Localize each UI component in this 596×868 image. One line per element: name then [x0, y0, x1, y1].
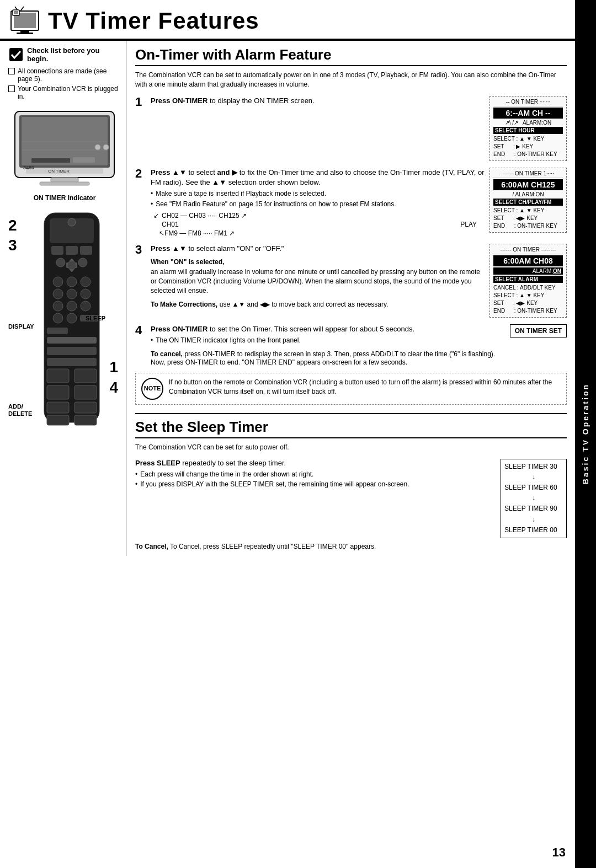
svg-rect-8 [9, 48, 23, 61]
sleep-section: Set the Sleep Timer The Combination VCR … [135, 413, 567, 550]
tv-image: ON TIMER 3480 [9, 109, 120, 191]
left-column: Check list before you begin. All connect… [0, 41, 127, 556]
step-2-bullet-2: • See "FM Radio Feature" on page 15 for … [151, 200, 485, 209]
sleep-timer-30: SLEEP TIMER 30 [504, 462, 563, 472]
on-timer-intro: The Combination VCR can be set to automa… [135, 71, 567, 89]
svg-rect-47 [47, 337, 97, 344]
svg-rect-15 [73, 157, 95, 163]
step-2-select: SELECT CH/PLAY/FM [493, 199, 563, 206]
svg-rect-57 [74, 415, 97, 425]
display-label: DISPLAY [8, 323, 34, 330]
svg-rect-50 [47, 369, 69, 383]
step-1-screen: -- ON TIMER ······· 6:--AM CH -- ↗\ /↗ A… [489, 96, 567, 161]
step-1-select: SELECT HOUR [493, 127, 563, 134]
step-2-screen: ------ ON TIMER 1····· 6:00AM CH125 / AL… [489, 168, 567, 233]
step-3-num: 3 [135, 244, 146, 256]
sleep-timer-box: SLEEP TIMER 30 ↓ SLEEP TIMER 60 ↓ SLEEP … [501, 459, 567, 538]
note-box: NOTE If no button on the remote or Combi… [135, 373, 567, 405]
corrections-text: use ▲▼ and ◀▶ to move back and correct a… [220, 301, 389, 308]
svg-rect-7 [14, 11, 18, 14]
step-3-content: Press ▲▼ to select alarm "ON" or "OFF." … [151, 244, 567, 318]
svg-text:3480: 3480 [23, 165, 34, 170]
checkbox-2 [8, 85, 15, 92]
step-4-content: Press ON-TIMER to set the On Timer. This… [151, 324, 567, 366]
svg-point-31 [67, 261, 76, 270]
svg-rect-27 [66, 246, 78, 255]
svg-rect-56 [47, 415, 69, 425]
svg-rect-14 [31, 158, 70, 163]
svg-rect-54 [47, 402, 69, 413]
note-icon: NOTE [141, 378, 163, 400]
svg-point-16 [95, 144, 100, 150]
page-number: 13 [552, 845, 566, 860]
svg-rect-53 [74, 385, 97, 399]
sleep-timer-90: SLEEP TIMER 90 [504, 503, 563, 514]
step-1-display: 6:--AM CH -- [493, 108, 563, 119]
sleep-title: Set the Sleep Timer [135, 419, 567, 438]
checklist-item-1: All connections are made (see page 5). [8, 67, 121, 83]
checklist-text-1: All connections are made (see page 5). [18, 67, 121, 83]
svg-rect-26 [51, 246, 63, 255]
svg-rect-52 [47, 385, 69, 399]
to-cancel-label: To cancel, [151, 350, 183, 358]
sleep-bullet-2: • If you press DISPLAY with the SLEEP TI… [135, 480, 492, 489]
checkmark-icon [8, 47, 24, 62]
checklist-title: Check list before you begin. [27, 46, 121, 63]
step-2-num: 2 [135, 168, 146, 180]
svg-rect-18 [51, 178, 78, 182]
sleep-intro: The Combination VCR can be set for auto … [135, 443, 567, 452]
svg-point-38 [67, 289, 77, 299]
on-timer-set-box: ON TIMER SET [510, 324, 567, 337]
step-3: 3 Press ▲▼ to select alarm "ON" or "OFF.… [135, 244, 567, 318]
step-3-select: SELECT ALARM [493, 276, 563, 283]
step-numbers-23: 2 3 [8, 216, 17, 256]
on-timer-title: On-Timer with Alarm Feature [135, 46, 567, 66]
step-4-bullet: • The ON TIMER indicator lights on the f… [151, 336, 504, 345]
sleep-press-text: Press SLEEP repeatedly to set the sleep … [135, 459, 492, 467]
sleep-timer-00: SLEEP TIMER 00 [504, 525, 563, 535]
svg-point-37 [53, 289, 63, 299]
channel-diagram: ↙ CH02 — CH03 ····· CH125 ↗ CH01 PLAY ↖ … [151, 212, 485, 237]
step-1-info: SELECT : ▲ ▼ KEY SET : ▶ KEY END : ON-TI… [493, 135, 563, 158]
sleep-label: SLEEP [86, 315, 105, 322]
sleep-to-cancel: To Cancel, To Cancel, press SLEEP repeat… [135, 543, 567, 550]
sleep-left: Press SLEEP repeatedly to set the sleep … [135, 459, 492, 491]
corrections-label: To Make Corrections, [151, 301, 217, 308]
svg-point-44 [53, 313, 63, 323]
step-1-num: 1 [135, 96, 146, 108]
svg-rect-5 [17, 33, 33, 34]
tv-image-container: ON TIMER 3480 ON TIMER Indicator [8, 109, 121, 202]
right-column: On-Timer with Alarm Feature The Combinat… [127, 41, 575, 556]
svg-text:ON TIMER: ON TIMER [48, 169, 70, 174]
add-delete-label: ADD/DELETE [8, 403, 32, 417]
checkbox-1 [8, 68, 15, 74]
svg-point-33 [78, 258, 87, 267]
svg-rect-4 [20, 30, 29, 33]
svg-point-39 [81, 289, 91, 299]
remote-section: 2 3 [8, 210, 121, 442]
svg-rect-46 [47, 328, 68, 334]
svg-point-34 [53, 277, 63, 287]
step-4-num: 4 [135, 324, 146, 336]
on-timer-set-label: ON TIMER SET [515, 327, 562, 335]
svg-point-25 [68, 218, 76, 226]
step-2-content: Press ▲▼ to select and ▶ to fix the On-T… [151, 168, 567, 238]
page-header: TV Timer Features [0, 0, 596, 41]
step-numbers-14: 1 4 [109, 357, 118, 398]
step-4-text: Press ON-TIMER to set the On Timer. This… [151, 324, 504, 334]
sleep-intro-row: Press SLEEP repeatedly to set the sleep … [135, 459, 567, 538]
to-cancel-section: To cancel, press ON-TIMER to redisplay t… [151, 350, 504, 366]
checklist-header: Check list before you begin. [8, 46, 121, 63]
svg-point-32 [56, 258, 65, 267]
svg-point-35 [67, 277, 77, 287]
to-cancel-text: press ON-TIMER to redisplay the screen i… [151, 350, 495, 366]
step-2-bullet-1: • Make sure a tape is inserted if Playba… [151, 190, 485, 199]
when-on-text: an alarm will gradually increase in volu… [151, 267, 485, 295]
step-3-screen: ------ ON TIMER -------- 6:00AM CH08 ALA… [489, 244, 567, 318]
svg-rect-51 [74, 369, 97, 383]
svg-point-41 [67, 301, 77, 311]
step-2: 2 Press ▲▼ to select and ▶ to fix the On… [135, 168, 567, 238]
step-4: 4 Press ON-TIMER to set the On Timer. Th… [135, 324, 567, 366]
checklist-item-2: Your Combination VCR is plugged in. [8, 85, 121, 100]
svg-rect-28 [80, 246, 92, 255]
